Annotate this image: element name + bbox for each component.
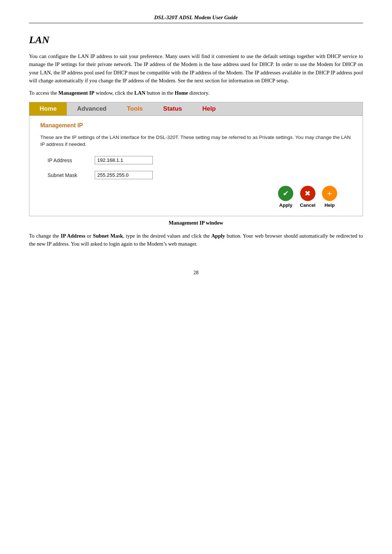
access-bold3: Home — [175, 90, 188, 96]
x-icon — [305, 189, 311, 198]
nav-item-status[interactable]: Status — [153, 102, 192, 115]
subnet-mask-label: Subnet Mask — [48, 172, 95, 178]
footer-text-before: To change the — [29, 233, 61, 239]
header-title: DSL-320T ADSL Modem User Guide — [154, 15, 238, 20]
footer-text2: , type in the desired values and click t… — [123, 233, 211, 239]
page-number: 28 — [29, 270, 363, 276]
subnet-mask-row: Subnet Mask — [40, 171, 352, 179]
ui-screenshot-box: Home Advanced Tools Status Help Manageme… — [29, 102, 363, 216]
access-text-mid: window, click the — [94, 90, 134, 96]
cancel-icon[interactable] — [300, 186, 315, 201]
access-bold2: LAN — [134, 90, 146, 96]
section-title: LAN — [29, 34, 363, 46]
help-button-group[interactable]: Help — [322, 186, 337, 208]
button-row: Apply Cancel Help — [40, 186, 352, 208]
apply-label: Apply — [279, 202, 292, 208]
nav-item-tools[interactable]: Tools — [117, 102, 153, 115]
cancel-button-group[interactable]: Cancel — [300, 186, 315, 208]
access-text-before: To access the — [29, 90, 58, 96]
ip-address-label: IP Address — [48, 157, 95, 163]
nav-item-advanced[interactable]: Advanced — [67, 102, 117, 115]
access-text-end: directory. — [188, 90, 209, 96]
subnet-mask-input[interactable] — [95, 171, 153, 179]
footer-bold3: Apply — [211, 233, 225, 239]
ui-content: Management IP These are the IP settings … — [29, 116, 363, 216]
checkmark-icon — [283, 189, 289, 198]
footer-text: To change the IP Address or Subnet Mask,… — [29, 232, 363, 248]
apply-icon[interactable] — [278, 186, 293, 201]
body-paragraph: You can configure the LAN IP address to … — [29, 52, 363, 85]
access-text-after: button in the — [146, 90, 175, 96]
footer-bold1: IP Address — [61, 233, 85, 239]
help-label: Help — [324, 202, 335, 208]
footer-bold2: Subnet Mask — [93, 233, 123, 239]
page-header: DSL-320T ADSL Modem User Guide — [29, 15, 363, 23]
footer-text1: or — [85, 233, 93, 239]
ip-address-row: IP Address — [40, 156, 352, 164]
management-ip-title: Management IP — [40, 122, 352, 129]
cancel-label: Cancel — [300, 202, 315, 208]
plus-icon — [327, 189, 332, 198]
caption: Management IP window — [29, 220, 363, 226]
management-ip-description: These are the IP settings of the LAN int… — [40, 134, 352, 148]
apply-button-group[interactable]: Apply — [278, 186, 293, 208]
access-bold1: Management IP — [58, 90, 94, 96]
nav-bar: Home Advanced Tools Status Help — [29, 102, 363, 116]
help-icon[interactable] — [322, 186, 337, 201]
access-text: To access the Management IP window, clic… — [29, 90, 363, 96]
ip-address-input[interactable] — [95, 156, 153, 164]
nav-item-help[interactable]: Help — [192, 102, 226, 115]
nav-item-home[interactable]: Home — [29, 102, 67, 115]
